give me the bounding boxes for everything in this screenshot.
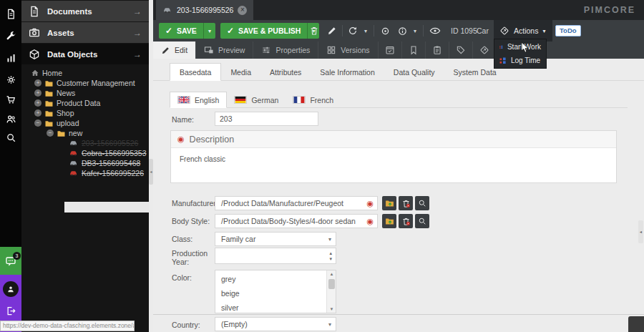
reload-button[interactable] (345, 23, 361, 39)
body-style-relation-field[interactable]: /Product Data/Body-Styles/4-door sedan ◉ (215, 214, 378, 228)
tab-basedata[interactable]: Basedata (170, 63, 221, 81)
body-style-open-button[interactable] (382, 214, 396, 228)
tree-label: DB3-1566995468 (82, 159, 140, 167)
color-option-beige[interactable]: beige (221, 289, 240, 298)
tree-item-203[interactable]: 203-1566995526 (69, 138, 138, 148)
spin-down-icon[interactable]: ▾ (329, 256, 332, 261)
accordion-assets[interactable]: Assets → (21, 22, 149, 43)
document-tabstrip: 203-1566995526 × PIMCORE (153, 0, 644, 20)
info-caret[interactable]: ▾ (410, 23, 420, 39)
tree-item-news[interactable]: + News (34, 88, 75, 98)
scrollbar-thumb[interactable] (328, 279, 335, 289)
rename-button[interactable] (324, 23, 340, 39)
description-editor[interactable]: French classic (171, 148, 616, 170)
expand-plus-icon[interactable]: + (34, 109, 42, 117)
tab-media[interactable]: Media (221, 63, 260, 81)
menu-item-log-time[interactable]: Log Time (494, 54, 546, 67)
save-label: SAVE (177, 26, 197, 35)
car-icon (69, 170, 79, 177)
scroll-up-icon[interactable]: ▲ (327, 272, 336, 276)
reload-caret[interactable]: ▾ (361, 23, 371, 39)
country-select[interactable]: (Empty) ▾ (215, 317, 336, 331)
manufacturer-open-button[interactable] (382, 196, 396, 210)
close-tab-icon[interactable]: × (238, 6, 247, 15)
rail-documents-button[interactable] (0, 4, 21, 24)
color-option-silver[interactable]: silver (221, 303, 239, 312)
save-split-caret[interactable]: ▾ (203, 23, 215, 39)
tab-reports[interactable] (402, 42, 426, 59)
sidebar-collapse-handle[interactable]: ◄ (149, 159, 153, 185)
collapse-minus-icon[interactable]: − (47, 130, 54, 137)
save-publish-button[interactable]: ✓SAVE & PUBLISH ▾ (220, 23, 319, 39)
tree-item-cobra[interactable]: Cobra-1566995353 (69, 148, 147, 158)
rail-reports-button[interactable] (0, 48, 21, 68)
tree-item-product-data[interactable]: + Product Data (34, 98, 100, 108)
tab-attributes[interactable]: Attributes (260, 63, 311, 81)
sidebar-splitter[interactable]: ◄ (149, 0, 153, 332)
calendar-check-icon (385, 45, 395, 55)
open-preview-button[interactable] (427, 23, 443, 39)
body-style-search-button[interactable] (415, 214, 429, 228)
tab-notes-events[interactable] (426, 42, 449, 59)
user-avatar[interactable] (3, 281, 19, 297)
rail-customers-button[interactable] (0, 109, 21, 129)
manufacturer-remove-button[interactable] (399, 196, 413, 210)
body-style-remove-button[interactable] (399, 214, 413, 228)
rail-settings-button[interactable] (0, 69, 21, 89)
expand-plus-icon[interactable]: + (34, 89, 42, 97)
tree-item-home[interactable]: Home (31, 68, 62, 78)
class-select[interactable]: Family car ▾ (215, 232, 336, 246)
tab-versions[interactable]: Versions (318, 42, 378, 59)
tab-label: Properties (275, 46, 310, 54)
tree-item-shop[interactable]: + Shop (34, 108, 74, 118)
manufacturer-relation-field[interactable]: /Product Data/Manufacturer/Peugeot ◉ (215, 196, 378, 210)
accordion-data-objects[interactable]: Data Objects → (21, 44, 149, 64)
expand-plus-icon[interactable]: + (34, 79, 42, 87)
tab-schedule[interactable] (379, 42, 402, 59)
tab-lang-english[interactable]: English (170, 92, 227, 108)
tree-item-upload[interactable]: − upload (34, 118, 79, 128)
tag-icon (456, 45, 466, 55)
save-button[interactable]: ✓SAVE ▾ (159, 23, 215, 39)
delete-button[interactable] (306, 23, 322, 39)
color-option-grey[interactable]: grey (221, 275, 235, 283)
name-input[interactable] (215, 112, 318, 126)
tab-properties[interactable]: Properties (253, 42, 318, 59)
chat-badge: 3 (13, 252, 21, 260)
tab-lang-german[interactable]: German (227, 92, 286, 108)
color-scrollbar[interactable]: ▲ ▼ (326, 270, 336, 313)
expand-plus-icon[interactable]: + (34, 99, 42, 107)
tab-edit[interactable]: Edit (153, 42, 196, 59)
cube-icon (29, 49, 40, 60)
manufacturer-search-button[interactable] (415, 196, 429, 210)
tab-lang-french[interactable]: French (286, 92, 341, 108)
rail-search-button[interactable] (0, 127, 21, 147)
tab-sale-information[interactable]: Sale Information (311, 63, 384, 81)
tree-item-db3[interactable]: DB3-1566995468 (69, 158, 140, 168)
tab-data-quality[interactable]: Data Quality (384, 63, 444, 81)
tree-item-customer-management[interactable]: + Customer Management (34, 78, 135, 88)
tab-preview[interactable]: Preview (196, 42, 253, 59)
pencil-icon (161, 46, 170, 55)
workflow-diamond-icon (479, 45, 489, 55)
rail-ecommerce-button[interactable] (0, 89, 21, 109)
color-multiselect[interactable]: grey beige silver ▲ ▼ (215, 270, 336, 313)
rail-chat-button[interactable]: 3 (0, 247, 21, 275)
tab-workflow[interactable] (473, 42, 497, 59)
tab-tags[interactable] (449, 42, 473, 59)
bar-chart-icon (6, 53, 16, 64)
tree-item-kafer[interactable]: Kafer-1566995226 (69, 168, 144, 178)
tree-item-new[interactable]: − new (47, 128, 82, 138)
locate-in-tree-button[interactable] (377, 23, 393, 39)
scroll-down-icon[interactable]: ▼ (327, 307, 336, 311)
logout-button[interactable] (0, 302, 21, 319)
accordion-documents[interactable]: Documents → (21, 1, 149, 21)
menu-item-start-work[interactable]: Start Work (494, 40, 546, 54)
collapse-minus-icon[interactable]: − (34, 119, 42, 127)
rail-tools-button[interactable] (0, 26, 21, 46)
info-button[interactable] (394, 23, 410, 39)
open-object-tab[interactable]: 203-1566995526 × (156, 0, 253, 20)
production-year-spinner[interactable]: ▴ ▾ (215, 248, 336, 264)
right-collapse-handle[interactable]: ◄ (638, 220, 643, 243)
spin-up-icon[interactable]: ▴ (329, 250, 332, 255)
